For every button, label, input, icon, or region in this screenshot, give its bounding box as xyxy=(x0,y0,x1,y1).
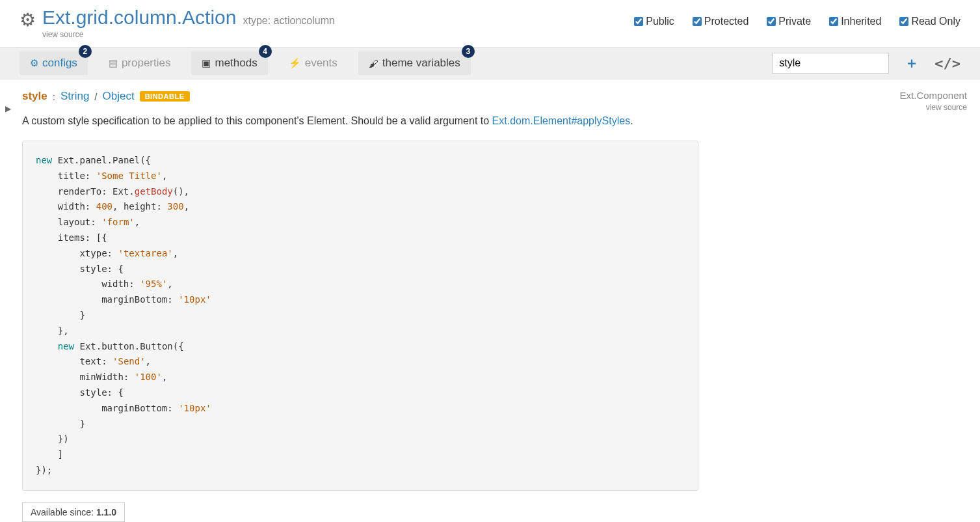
type-string-link[interactable]: String xyxy=(60,90,89,103)
xtype-label: xtype: actioncolumn xyxy=(243,15,334,27)
tab-methods[interactable]: ▣ methods 4 xyxy=(191,51,267,75)
checkbox-private-input[interactable] xyxy=(767,17,776,26)
tab-properties[interactable]: ▤ properties xyxy=(98,51,181,75)
code-view-icon[interactable]: </> xyxy=(934,55,960,72)
view-source-link[interactable]: view source xyxy=(42,30,335,39)
tab-events[interactable]: ⚡ events xyxy=(278,51,348,75)
events-icon: ⚡ xyxy=(289,57,301,69)
class-title: Ext.grid.column.Action xyxy=(42,7,236,29)
gear-icon: ⚙ xyxy=(20,9,36,31)
checkbox-private[interactable]: Private xyxy=(767,16,811,27)
origin-class: Ext.Component xyxy=(900,90,967,101)
methods-icon: ▣ xyxy=(202,57,211,69)
tab-configs[interactable]: ⚙ configs 2 xyxy=(20,51,88,75)
bindable-tag: BINDABLE xyxy=(140,91,190,102)
theme-icon: 🖌 xyxy=(369,58,378,69)
checkbox-inherited-input[interactable] xyxy=(829,17,838,26)
configs-icon: ⚙ xyxy=(30,57,38,69)
theme-badge: 3 xyxy=(462,45,475,58)
member-description: A custom style specification to be appli… xyxy=(22,113,960,129)
member-name: style xyxy=(22,90,47,103)
checkbox-readonly[interactable]: Read Only xyxy=(899,16,960,27)
code-example: new Ext.panel.Panel({ title: 'Some Title… xyxy=(22,141,698,491)
origin-view-source-link[interactable]: view source xyxy=(926,103,967,112)
checkbox-inherited[interactable]: Inherited xyxy=(829,16,881,27)
type-object-link[interactable]: Object xyxy=(103,90,135,103)
checkbox-public[interactable]: Public xyxy=(634,16,674,27)
since-box: Available since: 1.1.0 xyxy=(22,502,125,522)
methods-badge: 4 xyxy=(259,45,272,58)
search-input[interactable] xyxy=(772,53,889,74)
configs-badge: 2 xyxy=(79,45,92,58)
apply-styles-link[interactable]: Ext.dom.Element#applyStyles xyxy=(492,115,631,126)
tab-theme[interactable]: 🖌 theme variables 3 xyxy=(358,51,471,75)
expand-icon[interactable]: ＋ xyxy=(905,53,919,73)
checkbox-readonly-input[interactable] xyxy=(899,17,908,26)
checkbox-protected[interactable]: Protected xyxy=(693,16,748,27)
checkbox-public-input[interactable] xyxy=(634,17,643,26)
properties-icon: ▤ xyxy=(109,57,118,69)
checkbox-protected-input[interactable] xyxy=(693,17,702,26)
